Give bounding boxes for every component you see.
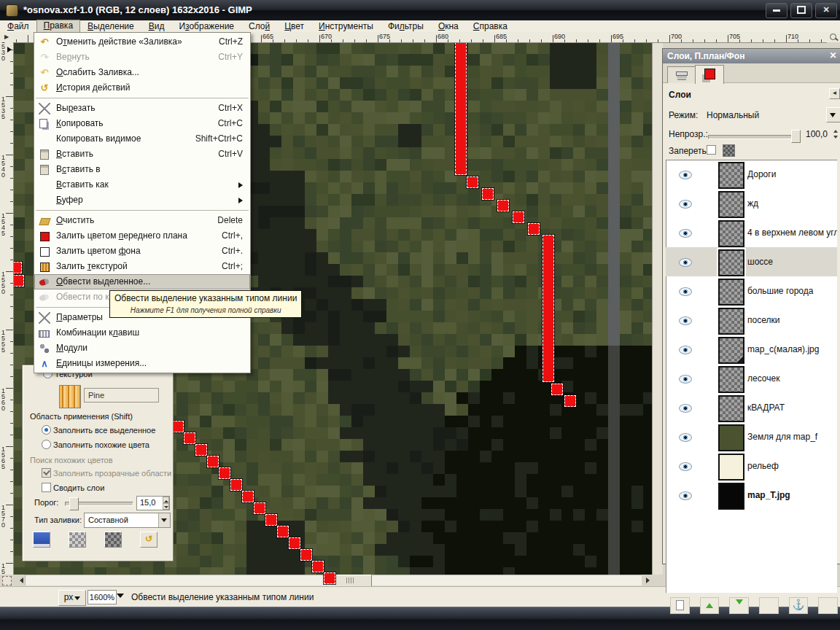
visibility-eye-icon[interactable] (679, 200, 692, 209)
layers-close-icon[interactable]: ✕ (828, 50, 839, 61)
layer-name[interactable]: рельеф (747, 461, 779, 471)
menu-item[interactable]: Копировать видимоеShift+Ctrl+C (34, 131, 250, 147)
menu-item[interactable]: ↶Отменить действие «Заливка»Ctrl+Z (34, 34, 250, 50)
menu-item[interactable]: КопироватьCtrl+C (34, 116, 250, 131)
visibility-eye-icon[interactable] (679, 433, 692, 442)
menubar-item[interactable]: Цвет (277, 20, 311, 32)
visibility-eye-icon[interactable] (679, 229, 692, 238)
scroll-right-button[interactable] (642, 575, 653, 586)
layer-name[interactable]: большие города (747, 286, 813, 296)
menu-item[interactable]: Залить текстуройCtrl+; (34, 259, 250, 274)
magnifier-icon[interactable] (827, 32, 840, 42)
visibility-eye-icon[interactable] (679, 462, 692, 471)
visibility-eye-icon[interactable] (679, 404, 692, 413)
zoom-dropdown-icon[interactable] (117, 594, 124, 602)
zoom-control[interactable]: 1600% (88, 590, 127, 604)
layer-name[interactable]: map_c(малая).jpg (747, 344, 819, 354)
mode-dropdown-button[interactable] (826, 107, 840, 122)
visibility-eye-icon[interactable] (679, 287, 692, 296)
close-button[interactable]: ✕ (815, 3, 837, 18)
delete-layer-button[interactable] (818, 597, 838, 614)
menubar-item[interactable]: Выделение (80, 20, 141, 32)
maximize-button[interactable] (790, 3, 812, 18)
threshold-slider-thumb[interactable] (69, 497, 79, 510)
layer-row[interactable]: Дороги (666, 160, 837, 189)
menu-item[interactable]: Залить цветом фонаCtrl+. (34, 244, 250, 259)
layer-row[interactable]: 4 в верхнем левом углу (666, 218, 837, 247)
layer-name[interactable]: шоссе (747, 257, 773, 267)
layer-thumbnail[interactable] (718, 454, 744, 481)
menu-item[interactable]: ∧Единицы измерения... (34, 356, 250, 371)
layer-thumbnail[interactable] (718, 337, 744, 364)
layer-row[interactable]: шоссе (666, 247, 837, 276)
layer-name[interactable]: Дороги (747, 169, 776, 179)
threshold-spinner[interactable]: 15,0 (136, 496, 170, 510)
opacity-slider-thumb[interactable] (791, 130, 801, 143)
fill-similar-colors-radio[interactable]: Заполнить похожие цвета (42, 440, 149, 449)
layer-thumbnail[interactable] (718, 395, 744, 422)
visibility-eye-icon[interactable] (679, 171, 692, 179)
pattern-name-field[interactable]: Pine (84, 388, 159, 402)
visibility-eye-icon[interactable] (679, 316, 692, 325)
lower-layer-button[interactable] (729, 597, 749, 614)
mode-value[interactable]: Нормальный (707, 110, 759, 120)
layer-row[interactable]: большие города (666, 276, 837, 306)
layer-name[interactable]: map_T.jpg (747, 490, 790, 500)
layer-name[interactable]: Земля для map_f (747, 432, 817, 442)
visibility-eye-icon[interactable] (679, 491, 692, 500)
layer-row[interactable]: map_T.jpg (666, 481, 837, 510)
layer-thumbnail[interactable] (718, 366, 744, 393)
visibility-eye-icon[interactable] (679, 375, 692, 384)
menubar-item[interactable]: Вид (141, 20, 172, 32)
layer-row[interactable]: жд (666, 189, 837, 218)
menu-item[interactable]: Комбинации клавиш (34, 325, 250, 341)
scroll-left-button[interactable] (14, 575, 25, 586)
layer-name[interactable]: поселки (747, 315, 779, 325)
menubar-item[interactable]: Справка (466, 20, 515, 32)
opacity-spinner[interactable] (833, 126, 839, 139)
menu-item[interactable]: Залить цветом переднего планаCtrl+, (34, 228, 250, 244)
menu-item[interactable]: Модули (34, 341, 250, 356)
anchor-layer-button[interactable]: ⚓ (789, 597, 809, 614)
tab-layers[interactable] (667, 66, 696, 83)
fill-transparent-checkbox[interactable]: Заполнить прозрачные области (42, 468, 171, 478)
layer-thumbnail[interactable] (718, 483, 744, 510)
lock-alpha-icon[interactable] (723, 144, 735, 157)
layer-thumbnail[interactable] (718, 308, 744, 335)
menu-item[interactable]: Вставить в (34, 162, 250, 177)
layer-row[interactable]: Земля для map_f (666, 422, 837, 451)
reset-button[interactable]: ↺ (140, 532, 158, 548)
layer-thumbnail[interactable] (718, 220, 744, 247)
menu-item[interactable]: ↺История действий (34, 80, 250, 96)
layer-row[interactable]: map_c(малая).jpg (666, 335, 837, 364)
layer-thumbnail[interactable] (718, 424, 744, 451)
menubar-item[interactable]: Инструменты (311, 20, 381, 32)
menu-item[interactable]: ↶Ослабить Заливка... (34, 65, 250, 80)
pattern-swatch[interactable] (59, 385, 81, 408)
layer-name[interactable]: кВАДРАТ (747, 402, 785, 413)
layer-name[interactable]: 4 в верхнем левом углу (747, 228, 837, 238)
visibility-eye-icon[interactable] (679, 258, 692, 267)
zoom-value[interactable]: 1600% (88, 590, 117, 604)
menubar-item[interactable]: Фильтры (381, 20, 431, 32)
layer-name[interactable]: лесочек (747, 373, 779, 384)
menu-item[interactable]: ВырезатьCtrl+X (34, 101, 250, 116)
layer-name[interactable]: жд (747, 198, 758, 209)
new-layer-button[interactable] (670, 597, 690, 614)
layer-thumbnail[interactable] (718, 249, 744, 276)
fill-type-dropdown[interactable]: Составной (84, 513, 171, 528)
menu-item[interactable]: ОчиститьDelete (34, 213, 250, 228)
menu-item[interactable]: Вставить как (34, 177, 250, 192)
layer-row[interactable]: кВАДРАТ (666, 393, 837, 422)
duplicate-layer-button[interactable] (759, 597, 779, 614)
save-button[interactable] (33, 532, 50, 548)
layer-row[interactable]: лесочек (666, 364, 837, 393)
pattern-dark-button[interactable] (104, 532, 122, 548)
quickmask-toggle[interactable] (2, 576, 12, 586)
menu-item[interactable]: Обвести выделенное... (34, 274, 250, 289)
pattern-light-button[interactable] (69, 532, 86, 548)
minimize-button[interactable] (766, 3, 788, 18)
vertical-scrollbar[interactable] (652, 42, 663, 575)
menubar-item[interactable]: Окна (431, 20, 466, 32)
menubar-item[interactable]: Слой (241, 20, 277, 32)
